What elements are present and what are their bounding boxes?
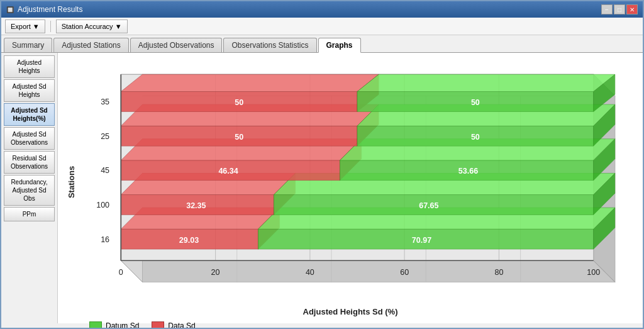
- maximize-button[interactable]: □: [614, 4, 625, 14]
- y-axis-label: Stations: [64, 59, 78, 304]
- sidebar-btn-ppm[interactable]: PPm: [4, 207, 55, 221]
- x-label-80: 80: [494, 268, 503, 277]
- sidebar-btn-adjusted-sd-heights[interactable]: Adjusted Sd Heights: [4, 79, 55, 102]
- svg-marker-47: [357, 74, 615, 91]
- bar-label-45-red: 46.34: [218, 167, 238, 176]
- tab-adjusted-observations[interactable]: Adjusted Observations: [130, 38, 223, 52]
- sidebar-btn-adjusted-heights[interactable]: Adjusted Heights: [4, 55, 55, 78]
- tab-summary[interactable]: Summary: [4, 38, 52, 52]
- bar-label-25-green: 50: [471, 133, 480, 142]
- y-label-45: 45: [101, 166, 109, 175]
- bar-label-35-green: 50: [471, 98, 480, 107]
- station-accuracy-button[interactable]: Station Accuracy ▼: [56, 20, 128, 33]
- svg-marker-1: [121, 260, 615, 282]
- x-label-60: 60: [400, 268, 409, 277]
- chart-container: Stations: [64, 59, 636, 316]
- chart-svg: 29.03 70.97 32.35 67.65: [78, 59, 636, 304]
- export-label: Export: [11, 23, 31, 30]
- sidebar-btn-redundancy[interactable]: Redundancy, Adjusted Sd Obs: [4, 175, 55, 206]
- bar-label-35-red: 50: [235, 98, 243, 107]
- sidebar: Adjusted Heights Adjusted Sd Heights Adj…: [1, 53, 58, 323]
- export-button[interactable]: Export ▼: [5, 20, 45, 33]
- bar-label-45-green: 53.66: [458, 167, 478, 176]
- close-button[interactable]: ✕: [626, 4, 638, 14]
- legend-color-datum-sd: [89, 321, 102, 329]
- y-label-35: 35: [101, 98, 109, 106]
- x-axis-title: Adjusted Heights Sd (%): [64, 307, 636, 316]
- toolbar-separator: [50, 21, 51, 32]
- window-title: Adjustment Results: [18, 5, 82, 14]
- legend: Datum Sd Data Sd: [64, 316, 636, 329]
- export-dropdown-icon: ▼: [33, 23, 40, 30]
- bar-label-25-red: 50: [235, 133, 243, 142]
- title-bar: 🔲 Adjustment Results − □ ✕: [1, 1, 643, 18]
- bar-label-16-red: 29.03: [179, 236, 199, 245]
- tab-observations-statistics[interactable]: Observations Statistics: [223, 38, 316, 52]
- y-label-100: 100: [96, 201, 109, 209]
- legend-label-data-sd: Data Sd: [168, 321, 195, 329]
- y-label-16: 16: [101, 235, 109, 244]
- legend-color-data-sd: [152, 321, 164, 329]
- legend-item-datum-sd: Datum Sd: [89, 321, 139, 329]
- y-label-25: 25: [101, 132, 109, 141]
- sidebar-btn-residual-sd-observations[interactable]: Residual Sd Observations: [4, 151, 55, 174]
- main-content: Adjusted Heights Adjusted Sd Heights Adj…: [1, 53, 643, 323]
- x-label-0: 0: [119, 268, 123, 277]
- svg-marker-44: [121, 74, 379, 91]
- x-label-20: 20: [211, 268, 220, 277]
- sidebar-btn-adjusted-sd-observations[interactable]: Adjusted Sd Observations: [4, 127, 55, 150]
- tab-graphs[interactable]: Graphs: [318, 38, 361, 53]
- minimize-button[interactable]: −: [601, 4, 613, 14]
- bar-label-100-red: 32.35: [186, 201, 206, 210]
- station-accuracy-label: Station Accuracy: [62, 23, 113, 30]
- toolbar: Export ▼ Station Accuracy ▼: [1, 18, 643, 35]
- sidebar-btn-adjusted-sd-heights-pct[interactable]: Adjusted Sd Heights(%): [4, 103, 55, 126]
- bar-label-16-green: 70.97: [412, 236, 431, 245]
- chart-inner: 29.03 70.97 32.35 67.65: [78, 59, 636, 304]
- tab-adjusted-stations[interactable]: Adjusted Stations: [53, 38, 128, 52]
- legend-label-datum-sd: Datum Sd: [106, 321, 139, 329]
- x-label-100: 100: [587, 268, 600, 277]
- x-label-40: 40: [306, 268, 314, 277]
- chart-area: Stations: [58, 53, 643, 323]
- station-accuracy-dropdown-icon: ▼: [115, 23, 122, 30]
- legend-item-data-sd: Data Sd: [152, 321, 195, 329]
- app-icon: 🔲: [6, 6, 14, 13]
- bar-label-100-green: 67.65: [419, 201, 438, 210]
- tabs-bar: Summary Adjusted Stations Adjusted Obser…: [1, 35, 643, 53]
